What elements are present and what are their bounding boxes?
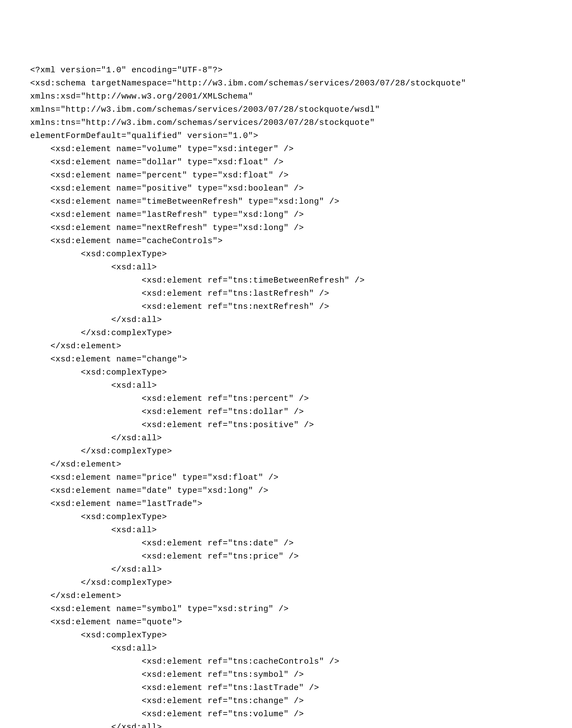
xml-schema-code: <?xml version="1.0" encoding="UTF-8"?> <… xyxy=(30,64,572,728)
